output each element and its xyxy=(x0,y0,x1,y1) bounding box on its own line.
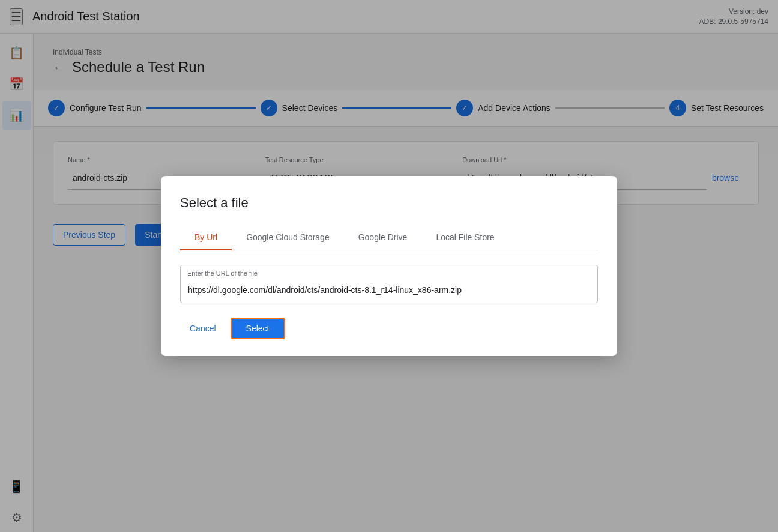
tab-local-file-store[interactable]: Local File Store xyxy=(421,225,508,250)
tab-google-cloud-storage[interactable]: Google Cloud Storage xyxy=(232,225,344,250)
select-file-dialog: Select a file By Url Google Cloud Storag… xyxy=(161,176,617,356)
dialog-url-label: Enter the URL of the file xyxy=(187,270,258,277)
tab-google-drive[interactable]: Google Drive xyxy=(344,225,422,250)
dialog-cancel-button[interactable]: Cancel xyxy=(180,319,226,338)
dialog-actions: Cancel Select xyxy=(180,318,598,339)
tab-by-url[interactable]: By Url xyxy=(180,225,232,250)
dialog-url-field: Enter the URL of the file xyxy=(180,265,598,303)
modal-overlay: Select a file By Url Google Cloud Storag… xyxy=(0,0,778,532)
dialog-title: Select a file xyxy=(180,195,598,211)
dialog-select-button[interactable]: Select xyxy=(231,318,285,339)
dialog-tabs: By Url Google Cloud Storage Google Drive… xyxy=(180,225,598,250)
